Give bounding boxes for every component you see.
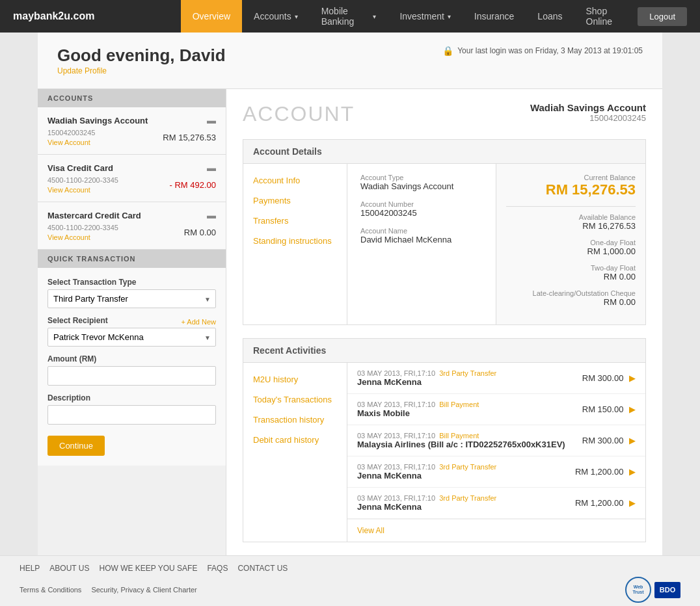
- recipient-select-wrapper: Patrick Trevor McKenna: [47, 328, 216, 347]
- account-card-icon: ▬: [207, 163, 216, 173]
- tx-meta: 03 MAY 2013, FRI,17:10 3rd Party Transfe…: [357, 494, 575, 502]
- footer-bottom-link[interactable]: Security, Privacy & Client Charter: [91, 586, 196, 594]
- tx-name: Jenna McKenna: [357, 502, 575, 512]
- tx-arrow-icon: ▶: [629, 467, 636, 477]
- account-balance: RM 0.00: [184, 228, 216, 237]
- tx-type: Bill Payment: [439, 401, 479, 408]
- caret-icon: ▾: [448, 13, 451, 20]
- logo-text: maybank2u.com: [13, 10, 94, 21]
- footer-link[interactable]: HOW WE KEEP YOU SAFE: [99, 564, 197, 573]
- available-balance-section: Available Balance RM 16,276.53: [506, 213, 636, 231]
- nav-standing-instructions[interactable]: Standing instructions: [243, 231, 347, 251]
- tx-details: 03 MAY 2013, FRI,17:10 3rd Party Transfe…: [357, 494, 575, 512]
- account-balance: RM 15,276.53: [163, 133, 216, 142]
- transactions-list: 03 MAY 2013, FRI,17:10 3rd Party Transfe…: [347, 363, 645, 542]
- footer-link[interactable]: ABOUT US: [49, 564, 89, 573]
- table-row[interactable]: 03 MAY 2013, FRI,17:10 3rd Party Transfe…: [347, 488, 645, 519]
- logout-button[interactable]: Logout: [638, 7, 687, 26]
- footer-logos: WebTrust BDO: [625, 577, 680, 603]
- table-row[interactable]: 03 MAY 2013, FRI,17:10 3rd Party Transfe…: [347, 363, 645, 394]
- account-holder-name-label: Account Name: [360, 227, 483, 235]
- last-login-text: Your last login was on Friday, 3 May 201…: [457, 46, 643, 55]
- tx-type: Bill Payment: [439, 432, 479, 440]
- footer: HELPABOUT USHOW WE KEEP YOU SAFEFAQSCONT…: [0, 555, 700, 606]
- nav-investment[interactable]: Investment ▾: [388, 0, 462, 33]
- table-row[interactable]: 03 MAY 2013, FRI,17:10 Bill Payment Mala…: [347, 425, 645, 456]
- greeting-title: Good evening, David: [57, 46, 226, 66]
- account-name-row: Account Name David Michael McKenna: [360, 227, 483, 244]
- footer-link[interactable]: HELP: [20, 564, 40, 573]
- tx-arrow-icon: ▶: [629, 373, 636, 383]
- tx-arrow-icon: ▶: [629, 498, 636, 508]
- two-day-float-value: RM 0.00: [506, 272, 636, 282]
- update-profile-link[interactable]: Update Profile: [57, 66, 107, 75]
- main-panel: ACCOUNT Wadiah Savings Account 150042003…: [226, 89, 662, 555]
- last-login: 🔒 Your last login was on Friday, 3 May 2…: [442, 46, 643, 56]
- account-title-name: Wadiah Savings Account: [530, 102, 646, 113]
- view-account-link[interactable]: View Account: [47, 233, 118, 241]
- nav-payments[interactable]: Payments: [243, 191, 347, 211]
- account-balance: - RM 492.00: [169, 180, 216, 190]
- nav-todays-transactions[interactable]: Today's Transactions: [243, 389, 347, 410]
- nav-insurance[interactable]: Insurance: [463, 0, 526, 33]
- recipient-select[interactable]: Patrick Trevor McKenna: [47, 328, 216, 347]
- nav-debit-card-history[interactable]: Debit card history: [243, 430, 347, 450]
- nav-shop-online[interactable]: Shop Online: [574, 0, 638, 33]
- account-number-label: Account Number: [360, 200, 483, 208]
- view-account-link[interactable]: View Account: [47, 186, 118, 194]
- nav-accounts[interactable]: Accounts ▾: [242, 0, 310, 33]
- late-clearing-value: RM 0.00: [506, 297, 636, 307]
- account-number: 150042003245: [47, 129, 95, 137]
- nav-transaction-history[interactable]: Transaction history: [243, 410, 347, 430]
- tx-arrow-icon: ▶: [629, 404, 636, 414]
- table-row[interactable]: 03 MAY 2013, FRI,17:10 Bill Payment Maxi…: [347, 394, 645, 425]
- balance-divider: [506, 206, 636, 207]
- footer-bottom-link[interactable]: Terms & Conditions: [20, 586, 81, 594]
- tx-date: 03 MAY 2013, FRI,17:10: [357, 463, 435, 471]
- accounts-section-title: ACCOUNTS: [38, 89, 226, 107]
- view-account-link[interactable]: View Account: [47, 138, 95, 146]
- add-new-recipient-link[interactable]: + Add New: [181, 318, 216, 326]
- account-number: 4500-1100-2200-3345: [47, 176, 118, 184]
- tx-type-select[interactable]: Third Party Transfer: [47, 289, 216, 308]
- description-input[interactable]: [47, 405, 216, 425]
- description-label: Description: [47, 393, 216, 402]
- nav-m2u-history[interactable]: M2U history: [243, 369, 347, 389]
- footer-bottom-links: Terms & ConditionsSecurity, Privacy & Cl…: [20, 586, 197, 594]
- amount-input[interactable]: [47, 366, 216, 386]
- quick-transaction-form: Select Transaction Type Third Party Tran…: [38, 268, 226, 466]
- one-day-float-value: RM 1,000.00: [506, 246, 636, 256]
- nav-overview[interactable]: Overview: [181, 0, 242, 33]
- tx-type: 3rd Party Transfer: [439, 494, 496, 502]
- view-all-link[interactable]: View All: [347, 519, 645, 542]
- footer-link[interactable]: CONTACT US: [237, 564, 288, 573]
- tx-amount-wrapper: RM 150.00 ▶: [582, 404, 636, 414]
- nav-account-info[interactable]: Account Info: [243, 170, 347, 191]
- tx-details: 03 MAY 2013, FRI,17:10 Bill Payment Mala…: [357, 432, 582, 449]
- tx-type: 3rd Party Transfer: [439, 369, 496, 377]
- account-item-wadiah: Wadiah Savings Account ▬ 150042003245 Vi…: [38, 107, 226, 155]
- account-number-value: 150042003245: [360, 208, 483, 218]
- nav-transfers[interactable]: Transfers: [243, 211, 347, 231]
- account-holder-name-value: David Michael McKenna: [360, 235, 483, 244]
- tx-arrow-icon: ▶: [629, 436, 636, 445]
- activities-body: M2U history Today's Transactions Transac…: [243, 362, 646, 542]
- late-clearing-section: Late-clearing/Outstation Cheque RM 0.00: [506, 289, 636, 307]
- nav-mobile-banking[interactable]: Mobile Banking ▾: [310, 0, 388, 33]
- continue-button[interactable]: Continue: [47, 436, 105, 456]
- account-title-number: 150042003245: [530, 113, 646, 123]
- nav-loans[interactable]: Loans: [526, 0, 574, 33]
- activities-nav: M2U history Today's Transactions Transac…: [243, 363, 347, 542]
- available-balance-value: RM 16,276.53: [506, 221, 636, 231]
- tx-name: Maxis Mobile: [357, 408, 582, 418]
- tx-details: 03 MAY 2013, FRI,17:10 3rd Party Transfe…: [357, 369, 582, 387]
- lock-icon: 🔒: [442, 46, 453, 56]
- account-name: Wadiah Savings Account: [47, 116, 148, 125]
- footer-link[interactable]: FAQS: [207, 564, 228, 573]
- tx-date: 03 MAY 2013, FRI,17:10: [357, 432, 435, 440]
- account-item-visa: Visa Credit Card ▬ 4500-1100-2200-3345 V…: [38, 155, 226, 202]
- logo: maybank2u.com: [0, 10, 181, 22]
- table-row[interactable]: 03 MAY 2013, FRI,17:10 3rd Party Transfe…: [347, 456, 645, 488]
- tx-type-select-wrapper: Third Party Transfer: [47, 289, 216, 308]
- caret-icon: ▾: [295, 13, 298, 20]
